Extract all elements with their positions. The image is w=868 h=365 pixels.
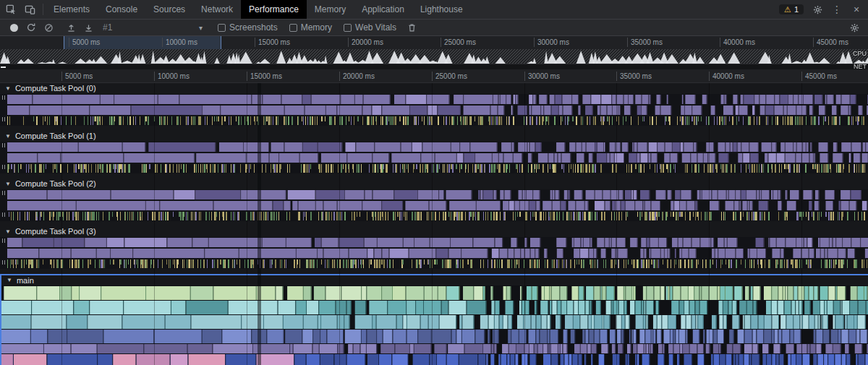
track-header-compute-task-pool-1[interactable]: ▼Compute Task Pool (1) <box>0 131 868 142</box>
history-dropdown[interactable]: #1 ▾ <box>103 22 203 33</box>
settings-button[interactable] <box>808 0 827 19</box>
flame-tick-35000-ms: 35000 ms <box>616 72 652 81</box>
download-icon <box>84 23 93 33</box>
close-devtools-button[interactable]: × <box>847 0 866 19</box>
network-activity-bar <box>1 66 6 68</box>
track-header-main[interactable]: ▼main <box>1 275 868 285</box>
checkbox-box-web-vitals[interactable] <box>344 24 352 32</box>
track-header-compute-task-pool-3[interactable]: ▼Compute Task Pool (3) <box>0 226 868 237</box>
main-row-5-canvas[interactable] <box>1 353 868 365</box>
checkbox-memory[interactable]: Memory <box>289 22 332 33</box>
menu-dots-icon: ⋮ <box>832 4 842 15</box>
pool-3-band-canvas[interactable] <box>0 237 868 259</box>
pool-0-ticks-canvas[interactable] <box>0 116 868 126</box>
overview-tick-5000-ms: 5000 ms <box>69 38 100 47</box>
track-label-compute-task-pool-2: Compute Task Pool (2) <box>15 180 96 188</box>
tab-performance[interactable]: Performance <box>241 0 307 19</box>
checkbox-web-vitals[interactable]: Web Vitals <box>344 22 396 33</box>
collapse-arrow-icon[interactable]: ▼ <box>5 229 11 235</box>
pool-2-ticks-canvas[interactable] <box>0 211 868 221</box>
inspect-cursor-icon <box>6 4 17 15</box>
track-compute-task-pool-2: ▼Compute Task Pool (2) <box>0 179 868 226</box>
inspect-element-button[interactable] <box>1 0 20 19</box>
checkbox-label-web-vitals: Web Vitals <box>355 22 396 33</box>
tab-network[interactable]: Network <box>193 0 241 19</box>
tabbar-left-icons <box>0 0 41 19</box>
overflow-menu-button[interactable]: ⋮ <box>827 0 846 19</box>
track-label-main: main <box>17 277 34 285</box>
pool-2-band-canvas[interactable] <box>0 189 868 211</box>
device-toolbar-icon <box>25 4 35 15</box>
tab-console[interactable]: Console <box>98 0 145 19</box>
devtools-window: ElementsConsoleSourcesNetworkPerformance… <box>0 0 868 365</box>
track-main: ▼main <box>0 274 868 365</box>
collapse-arrow-icon[interactable]: ▼ <box>5 134 11 139</box>
performance-toolbar: #1 ▾ ScreenshotsMemoryWeb Vitals <box>0 20 868 36</box>
cpu-overview-strip[interactable]: CPU <box>0 49 868 64</box>
overview-tick-35000-ms: 35000 ms <box>627 38 663 47</box>
network-overview-strip[interactable]: NET <box>0 64 868 69</box>
overview-tick-40000-ms: 40000 ms <box>720 38 755 47</box>
tab-lighthouse[interactable]: Lighthouse <box>412 0 471 19</box>
chevron-down-icon: ▾ <box>199 24 203 32</box>
flame-tick-5000-ms: 5000 ms <box>61 72 93 81</box>
timeline-overview: 5000 ms10000 ms15000 ms20000 ms25000 ms3… <box>0 36 868 69</box>
track-label-compute-task-pool-3: Compute Task Pool (3) <box>15 228 96 236</box>
tab-strip: ElementsConsoleSourcesNetworkPerformance… <box>46 0 471 19</box>
collapse-arrow-icon[interactable]: ▼ <box>7 278 12 283</box>
track-compute-task-pool-1: ▼Compute Task Pool (1) <box>0 131 868 179</box>
tab-application[interactable]: Application <box>354 0 412 19</box>
flame-tick-45000-ms: 45000 ms <box>801 72 837 81</box>
main-row-0-canvas[interactable] <box>1 285 868 300</box>
warning-icon: ⚠ <box>784 6 791 14</box>
pool-3-ticks-canvas[interactable] <box>0 259 868 269</box>
load-profile-button[interactable] <box>62 20 80 35</box>
cpu-activity-canvas[interactable] <box>0 49 868 64</box>
save-profile-button[interactable] <box>80 20 97 35</box>
overview-tick-45000-ms: 45000 ms <box>813 38 848 47</box>
flame-tick-20000-ms: 20000 ms <box>339 72 375 81</box>
track-label-compute-task-pool-1: Compute Task Pool (1) <box>15 132 96 140</box>
issues-badge[interactable]: ⚠ 1 <box>779 4 804 14</box>
flame-chart: 5000 ms10000 ms15000 ms20000 ms25000 ms3… <box>0 69 868 365</box>
checkbox-label-screenshots: Screenshots <box>229 22 278 33</box>
clear-icon <box>44 23 54 33</box>
track-header-compute-task-pool-0[interactable]: ▼Compute Task Pool (0) <box>0 83 868 94</box>
checkbox-box-screenshots[interactable] <box>218 24 226 32</box>
tabbar-right-controls: ⚠ 1 ⋮ × <box>779 0 868 19</box>
track-header-compute-task-pool-2[interactable]: ▼Compute Task Pool (2) <box>0 179 868 189</box>
tab-elements[interactable]: Elements <box>46 0 98 19</box>
track-spacer <box>0 126 868 131</box>
flame-chart-ruler[interactable]: 5000 ms10000 ms15000 ms20000 ms25000 ms3… <box>0 69 868 83</box>
pool-1-band-canvas[interactable] <box>0 142 868 163</box>
main-row-4-canvas[interactable] <box>1 343 868 353</box>
checkbox-screenshots[interactable]: Screenshots <box>218 22 278 33</box>
delete-recording-button[interactable] <box>404 20 421 35</box>
history-selected-value: #1 <box>103 22 112 33</box>
collapse-arrow-icon[interactable]: ▼ <box>5 181 11 187</box>
overview-tick-10000-ms: 10000 ms <box>162 38 197 47</box>
clear-recording-button[interactable] <box>40 20 57 35</box>
main-row-1-canvas[interactable] <box>1 300 868 314</box>
tabbar-separator <box>43 4 43 15</box>
tab-sources[interactable]: Sources <box>145 0 193 19</box>
overview-ruler[interactable]: 5000 ms10000 ms15000 ms20000 ms25000 ms3… <box>0 36 868 49</box>
checkbox-box-memory[interactable] <box>289 24 297 32</box>
record-button[interactable] <box>5 20 22 35</box>
tab-memory[interactable]: Memory <box>307 0 354 19</box>
flame-tick-30000-ms: 30000 ms <box>524 72 560 81</box>
main-row-3-canvas[interactable] <box>1 329 868 343</box>
track-label-compute-task-pool-0: Compute Task Pool (0) <box>15 85 96 93</box>
cpu-strip-label: CPU <box>853 51 867 57</box>
pool-1-ticks-canvas[interactable] <box>0 163 868 173</box>
overview-tick-15000-ms: 15000 ms <box>255 38 290 47</box>
pool-0-band-canvas[interactable] <box>0 94 868 116</box>
reload-and-record-button[interactable] <box>22 20 40 35</box>
main-row-2-canvas[interactable] <box>1 314 868 329</box>
collapse-arrow-icon[interactable]: ▼ <box>5 86 11 92</box>
checkbox-label-memory: Memory <box>301 22 332 33</box>
flame-tick-40000-ms: 40000 ms <box>709 72 744 81</box>
reload-icon <box>26 22 36 33</box>
panel-settings-button[interactable] <box>846 20 863 35</box>
device-toolbar-button[interactable] <box>20 0 39 19</box>
